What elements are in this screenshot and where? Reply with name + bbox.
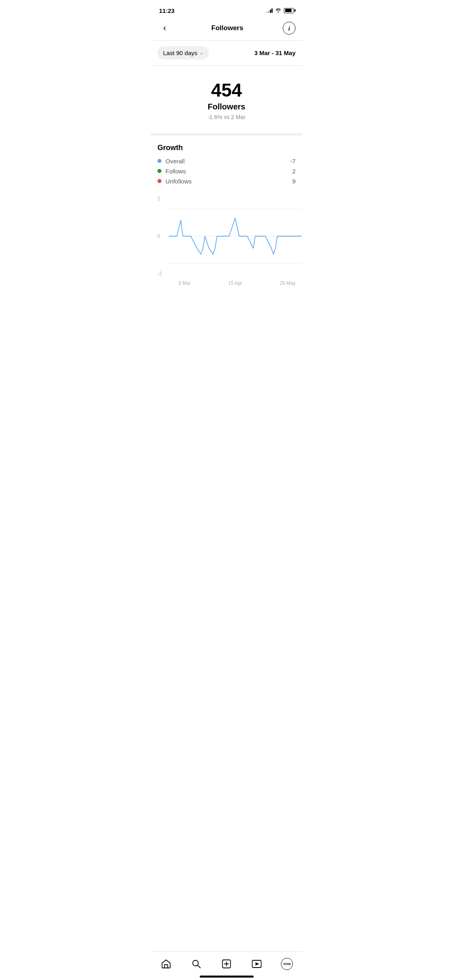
followers-label: Followers [208, 102, 245, 111]
period-label: Last 90 days [163, 49, 197, 56]
info-icon: i [288, 25, 290, 32]
unfollows-dot [157, 179, 161, 183]
date-range-label: 3 Mar - 31 May [254, 49, 296, 56]
back-chevron-icon: ‹ [163, 23, 166, 33]
x-label-end: 29 May [280, 280, 296, 286]
stats-section: 454 Followers -1.6% vs 2 Mar [151, 66, 302, 136]
unfollows-value: 9 [292, 178, 296, 185]
comparison-text: -1.6% vs 2 Mar [207, 114, 245, 120]
status-icons [266, 8, 294, 14]
x-label-mid: 15 Apr [228, 280, 242, 286]
overall-label: Overall [165, 158, 185, 165]
status-time: 11:23 [159, 7, 174, 14]
battery-icon [284, 8, 294, 13]
legend-follows: Follows 2 [157, 168, 296, 175]
header: ‹ Followers i [151, 18, 302, 41]
followers-count: 454 [211, 80, 242, 101]
y-label-bot: -2 [157, 271, 162, 276]
legend-unfollows: Unfollows 9 [157, 178, 296, 185]
follows-dot [157, 169, 161, 173]
back-button[interactable]: ‹ [157, 21, 172, 35]
info-button[interactable]: i [283, 22, 296, 35]
legend-overall: Overall -7 [157, 158, 296, 165]
period-filter-button[interactable]: Last 90 days ⌄ [157, 46, 209, 60]
follows-value: 2 [292, 168, 296, 175]
x-label-start: 3 Mar [178, 280, 191, 286]
signal-icon [266, 8, 273, 13]
overall-dot [157, 159, 161, 163]
y-label-mid: 0 [157, 233, 162, 239]
wifi-icon [275, 8, 281, 14]
x-labels: 3 Mar 15 Apr 29 May [169, 278, 296, 286]
growth-chart [169, 196, 302, 276]
chart-area: 2 0 -2 3 Mar 15 Apr 29 May [151, 192, 302, 290]
chevron-down-icon: ⌄ [200, 50, 203, 56]
follows-label: Follows [165, 168, 186, 175]
growth-section: Growth Overall -7 Follows 2 Unfollows 9 [151, 136, 302, 192]
page-title: Followers [211, 24, 243, 32]
y-label-top: 2 [157, 196, 162, 202]
growth-title: Growth [157, 144, 296, 152]
filter-bar: Last 90 days ⌄ 3 Mar - 31 May [151, 41, 302, 66]
status-bar: 11:23 [151, 0, 302, 18]
unfollows-label: Unfollows [165, 178, 192, 185]
overall-value: -7 [290, 158, 296, 165]
